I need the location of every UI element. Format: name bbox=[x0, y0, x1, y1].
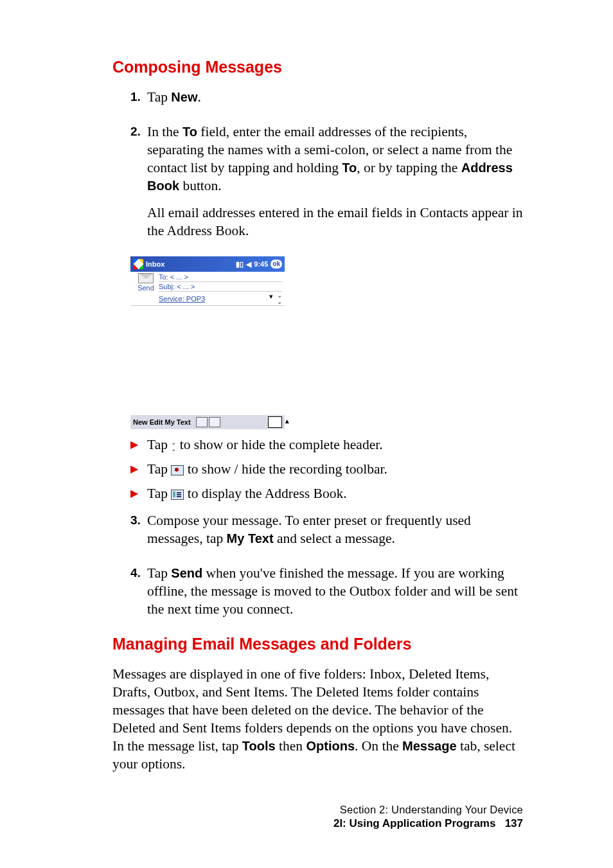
bullet-3-b: to display the Address Book. bbox=[184, 486, 346, 501]
bullet-1: ▶ Tap ⌄⌄ to show or hide the complete he… bbox=[130, 436, 523, 454]
speaker-icon: ◀ bbox=[246, 260, 251, 269]
step-4-b: Send bbox=[171, 566, 202, 580]
keyboard-icon[interactable] bbox=[268, 416, 282, 428]
para2-b3: Message bbox=[402, 739, 457, 753]
subj-field[interactable]: Subj: < ... > bbox=[159, 282, 282, 292]
step-1-text: Tap New. bbox=[147, 88, 523, 106]
bullet-1-b: to show or hide the complete header. bbox=[176, 437, 382, 452]
step-3-text: Compose your message. To enter preset or… bbox=[147, 511, 523, 547]
step-2-p1-b1: To bbox=[182, 125, 197, 139]
step-3-b: My Text bbox=[227, 531, 274, 545]
step-4-number: 4. bbox=[130, 564, 147, 627]
step-1-post: . bbox=[197, 89, 200, 105]
footer-page-number: 137 bbox=[505, 817, 523, 829]
step-3-c: and select a message. bbox=[274, 531, 395, 546]
step-4-a: Tap bbox=[147, 565, 171, 581]
bullet-3: ▶ Tap to display the Address Book. bbox=[130, 484, 523, 502]
step-2-p1-a: In the bbox=[147, 124, 182, 139]
step-2: 2. In the To field, enter the email addr… bbox=[130, 123, 523, 249]
envelope-icon[interactable] bbox=[138, 273, 154, 283]
recording-inline-icon bbox=[171, 465, 184, 475]
bullet-marker-icon: ▶ bbox=[130, 436, 147, 454]
bullet-2-b: to show / hide the recording toolbar. bbox=[184, 461, 387, 477]
step-1-pre: Tap bbox=[147, 89, 171, 105]
step-2-p1: In the To field, enter the email address… bbox=[147, 123, 523, 195]
para2-b1: Tools bbox=[242, 739, 276, 753]
address-book-icon[interactable] bbox=[196, 417, 208, 427]
bullet-1-a: Tap bbox=[147, 437, 171, 452]
step-4: 4. Tap Send when you've finished the mes… bbox=[130, 564, 523, 627]
step-1: 1. Tap New. bbox=[130, 88, 523, 115]
titlebar-title: Inbox bbox=[146, 260, 164, 268]
step-2-p1-c: , or by tapping the bbox=[357, 160, 461, 175]
record-icon[interactable] bbox=[209, 417, 220, 427]
titlebar-time: 9:45 bbox=[254, 260, 268, 268]
address-book-inline-icon bbox=[171, 490, 184, 500]
footer-chapter: 2I: Using Application Programs bbox=[333, 817, 496, 829]
bullet-marker-icon: ▶ bbox=[130, 460, 147, 478]
step-4-text: Tap Send when you've finished the messag… bbox=[147, 564, 523, 618]
heading-managing: Managing Email Messages and Folders bbox=[112, 635, 523, 653]
send-button[interactable]: Send bbox=[138, 284, 154, 292]
bullet-marker-icon: ▶ bbox=[130, 484, 147, 502]
bullet-2-a: Tap bbox=[147, 461, 171, 477]
step-2-p1-d: button. bbox=[179, 178, 222, 193]
service-field[interactable]: Service: POP3 bbox=[159, 295, 269, 303]
page-footer: Section 2: Understanding Your Device 2I:… bbox=[112, 804, 523, 830]
para2-c: . On the bbox=[355, 738, 402, 754]
step-3-number: 3. bbox=[130, 511, 147, 556]
menu-items[interactable]: New Edit My Text bbox=[133, 418, 191, 426]
step-2-p2: All email addresses entered in the email… bbox=[147, 204, 523, 240]
start-icon[interactable] bbox=[133, 259, 143, 269]
heading-composing: Composing Messages bbox=[112, 58, 523, 76]
step-2-p1-b2: To bbox=[342, 161, 357, 175]
bullet-2: ▶ Tap to show / hide the recording toolb… bbox=[130, 460, 523, 478]
ok-button[interactable]: ok bbox=[271, 260, 282, 269]
para2-b: then bbox=[276, 738, 306, 754]
managing-paragraph: Messages are displayed in one of five fo… bbox=[112, 665, 523, 773]
para2-b2: Options bbox=[306, 739, 355, 753]
footer-section: Section 2: Understanding Your Device bbox=[112, 804, 523, 816]
to-field[interactable]: To: < ... > bbox=[159, 272, 282, 282]
step-1-number: 1. bbox=[130, 88, 147, 115]
device-screenshot: Inbox ▮▯ ◀ 9:45 ok Send To: < ... > bbox=[130, 256, 523, 429]
titlebar: Inbox ▮▯ ◀ 9:45 ok bbox=[130, 256, 285, 272]
bullet-3-a: Tap bbox=[147, 486, 171, 501]
step-3: 3. Compose your message. To enter preset… bbox=[130, 511, 523, 556]
signal-icon: ▮▯ bbox=[236, 260, 244, 269]
message-body[interactable] bbox=[130, 306, 285, 415]
double-chevron-icon[interactable]: ⌄⌄ bbox=[277, 292, 282, 305]
service-dropdown-icon[interactable]: ▾ bbox=[269, 292, 273, 305]
step-4-c: when you've finished the message. If you… bbox=[147, 565, 518, 617]
step-1-bold: New bbox=[171, 90, 197, 104]
step-2-number: 2. bbox=[130, 123, 147, 249]
